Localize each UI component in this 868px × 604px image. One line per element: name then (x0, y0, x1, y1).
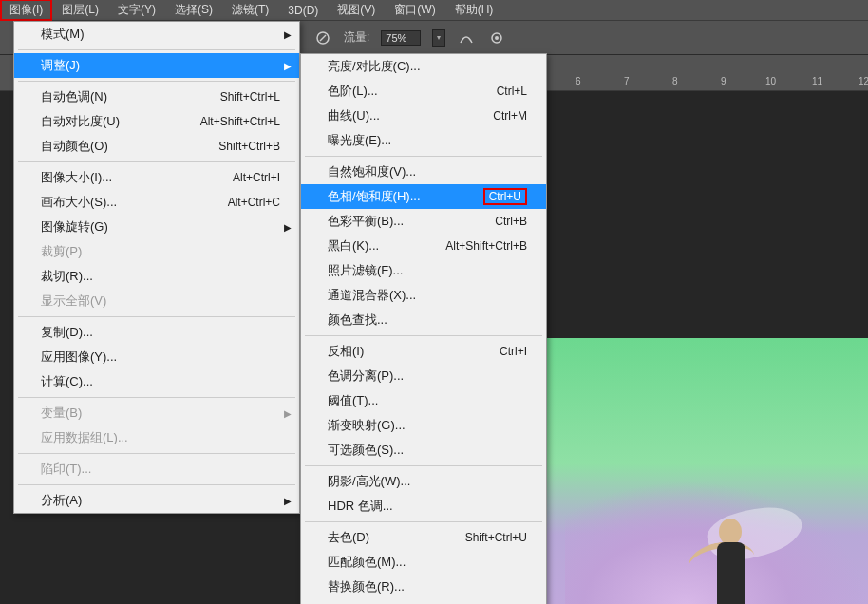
menu-help[interactable]: 帮助(H) (445, 0, 503, 21)
image-menu-item[interactable]: 画布大小(S)...Alt+Ctrl+C (14, 190, 299, 215)
menu-item-label: 曝光度(E)... (328, 132, 391, 149)
adjustments-submenu: 亮度/对比度(C)...色阶(L)...Ctrl+L曲线(U)...Ctrl+M… (300, 53, 547, 604)
menu-window[interactable]: 窗口(W) (385, 0, 444, 21)
image-menu-item[interactable]: 分析(A)▶ (14, 488, 299, 513)
image-menu-item[interactable]: 自动颜色(O)Shift+Ctrl+B (14, 134, 299, 159)
svg-point-2 (495, 36, 499, 40)
ruler-tick: 9 (721, 76, 726, 86)
adjust-menu-item[interactable]: 通道混合器(X)... (301, 283, 546, 308)
airbrush-icon[interactable] (457, 28, 476, 47)
menu-item-label: 匹配颜色(M)... (328, 554, 406, 571)
image-menu-item[interactable]: 复制(D)... (14, 320, 299, 345)
image-menu-dropdown: 模式(M)▶调整(J)▶自动色调(N)Shift+Ctrl+L自动对比度(U)A… (13, 21, 300, 514)
menu-item-label: 替换颜色(R)... (328, 578, 405, 595)
flow-label: 流量: (344, 29, 369, 46)
adjust-menu-item[interactable]: 反相(I)Ctrl+I (301, 339, 546, 364)
image-menu-item: 裁剪(P) (14, 239, 299, 264)
menu-item-label: 通道混合器(X)... (328, 287, 416, 304)
adjust-menu-item[interactable]: 可选颜色(S)... (301, 438, 546, 462)
tablet-pressure-icon[interactable] (487, 28, 506, 47)
flow-input[interactable] (381, 30, 421, 46)
menu-item-shortcut: Alt+Ctrl+C (228, 196, 280, 209)
menu-item-label: 色调分离(P)... (328, 368, 404, 385)
menu-view[interactable]: 视图(V) (328, 0, 385, 21)
submenu-arrow-icon: ▶ (284, 496, 292, 506)
menu-item-label: 阈值(T)... (328, 392, 378, 409)
menu-3d[interactable]: 3D(D) (278, 1, 328, 20)
menu-select[interactable]: 选择(S) (165, 0, 222, 21)
menu-item-label: 自然饱和度(V)... (328, 163, 416, 180)
menu-item-shortcut: Ctrl+M (493, 109, 527, 123)
menu-image[interactable]: 图像(I) (0, 0, 52, 21)
adjust-menu-item[interactable]: 渐变映射(G)... (301, 413, 546, 438)
menu-item-label: 颜色查找... (328, 311, 387, 329)
menu-item-label: 裁切(R)... (41, 268, 93, 285)
image-menu-item[interactable]: 计算(C)... (14, 369, 299, 394)
menu-item-shortcut: Shift+Ctrl+L (220, 90, 280, 104)
adjust-menu-item[interactable]: 去色(D)Shift+Ctrl+U (301, 525, 546, 550)
menu-item-label: 去色(D) (328, 529, 369, 546)
adjust-menu-item[interactable]: 匹配颜色(M)... (301, 550, 546, 575)
menu-item-label: HDR 色调... (328, 498, 393, 515)
adjust-menu-item[interactable]: 色彩平衡(B)...Ctrl+B (301, 209, 546, 234)
ruler-tick: 12 (859, 76, 868, 86)
adjust-menu-item[interactable]: 颜色查找... (301, 308, 546, 332)
adjust-menu-item[interactable]: 自然饱和度(V)... (301, 160, 546, 184)
menu-item-label: 应用数据组(L)... (41, 429, 128, 446)
image-menu-item: 显示全部(V) (14, 289, 299, 313)
adjust-menu-item[interactable]: 阴影/高光(W)... (301, 469, 546, 494)
menu-item-label: 自动颜色(O) (41, 138, 108, 155)
menu-item-label: 自动色调(N) (41, 88, 107, 105)
image-menu-item: 变量(B)▶ (14, 401, 299, 425)
menu-layer[interactable]: 图层(L) (52, 0, 108, 21)
menu-text[interactable]: 文字(Y) (108, 0, 165, 21)
submenu-arrow-icon: ▶ (284, 408, 292, 419)
adjust-menu-item[interactable]: 曝光度(E)... (301, 128, 546, 153)
adjust-menu-item[interactable]: 黑白(K)...Alt+Shift+Ctrl+B (301, 234, 546, 258)
menu-item-label: 陷印(T)... (41, 461, 91, 478)
menu-filter[interactable]: 滤镜(T) (222, 0, 278, 21)
adjust-menu-item[interactable]: 色相/饱和度(H)...Ctrl+U (301, 184, 546, 209)
image-menu-item[interactable]: 自动对比度(U)Alt+Shift+Ctrl+L (14, 109, 299, 134)
flow-dropdown[interactable]: ▾ (432, 29, 445, 47)
image-menu-item[interactable]: 裁切(R)... (14, 264, 299, 289)
image-menu-item[interactable]: 应用图像(Y)... (14, 345, 299, 369)
menu-item-label: 渐变映射(G)... (328, 417, 406, 434)
menu-item-label: 可选颜色(S)... (328, 442, 404, 459)
menubar: 图像(I) 图层(L) 文字(Y) 选择(S) 滤镜(T) 3D(D) 视图(V… (0, 0, 868, 21)
menu-item-label: 裁剪(P) (41, 243, 82, 260)
pressure-icon[interactable] (313, 28, 332, 47)
adjust-menu-item[interactable]: 色调分离(P)... (301, 364, 546, 388)
menu-item-label: 反相(I) (328, 343, 364, 360)
adjust-menu-item[interactable]: 替换颜色(R)... (301, 575, 546, 599)
menu-item-label: 调整(J) (41, 57, 80, 74)
ruler-tick: 7 (624, 76, 630, 86)
image-menu-item: 应用数据组(L)... (14, 425, 299, 450)
adjust-menu-item[interactable]: 亮度/对比度(C)... (301, 54, 546, 79)
menu-item-shortcut: Ctrl+B (495, 215, 527, 228)
menu-item-shortcut: Ctrl+U (483, 188, 527, 205)
menu-item-shortcut: Ctrl+I (500, 345, 527, 358)
image-menu-item[interactable]: 调整(J)▶ (14, 53, 299, 78)
image-menu-item: 陷印(T)... (14, 457, 299, 481)
menu-item-label: 分析(A) (41, 492, 82, 509)
adjust-menu-item[interactable]: 曲线(U)...Ctrl+M (301, 104, 546, 128)
menu-item-shortcut: Alt+Ctrl+I (233, 171, 280, 184)
ruler-tick: 8 (672, 76, 678, 86)
menu-item-label: 复制(D)... (41, 324, 93, 341)
menu-item-shortcut: Alt+Shift+Ctrl+B (445, 239, 527, 253)
image-menu-item[interactable]: 图像旋转(G)▶ (14, 215, 299, 239)
canvas-image (546, 338, 868, 604)
adjust-menu-item[interactable]: HDR 色调... (301, 494, 546, 519)
image-menu-item[interactable]: 自动色调(N)Shift+Ctrl+L (14, 85, 299, 109)
image-menu-item[interactable]: 模式(M)▶ (14, 22, 299, 47)
image-menu-item[interactable]: 图像大小(I)...Alt+Ctrl+I (14, 165, 299, 190)
submenu-arrow-icon: ▶ (284, 61, 292, 71)
adjust-menu-item[interactable]: 阈值(T)... (301, 388, 546, 413)
adjust-menu-item[interactable]: 色调均化(Q) (301, 599, 546, 604)
menu-item-label: 显示全部(V) (41, 293, 106, 310)
adjust-menu-item[interactable]: 照片滤镜(F)... (301, 258, 546, 283)
adjust-menu-item[interactable]: 色阶(L)...Ctrl+L (301, 79, 546, 104)
menu-item-label: 曲线(U)... (328, 107, 380, 124)
menu-item-label: 变量(B) (41, 405, 82, 422)
